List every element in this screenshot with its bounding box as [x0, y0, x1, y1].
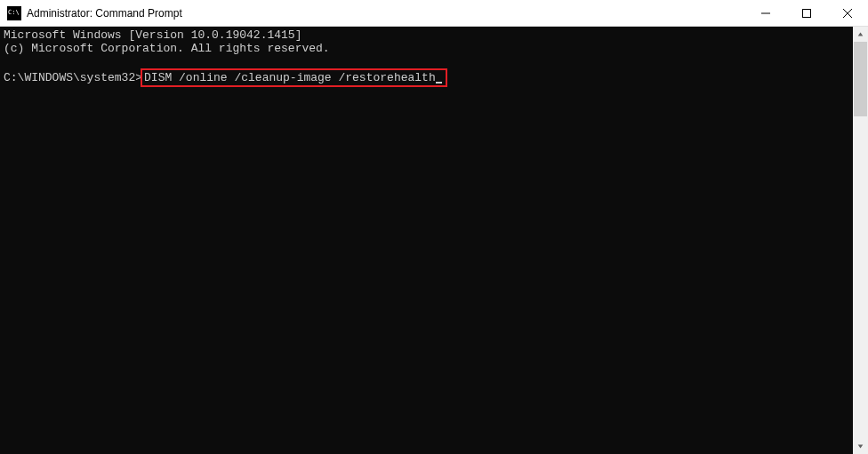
svg-marker-4: [858, 32, 864, 36]
minimize-button[interactable]: [745, 0, 786, 26]
vertical-scrollbar[interactable]: [853, 27, 868, 454]
copyright-line: (c) Microsoft Corporation. All rights re…: [4, 42, 330, 55]
command-highlight: DISM /online /cleanup-image /restoreheal…: [141, 68, 447, 87]
scrollbar-up-arrow[interactable]: [853, 27, 868, 42]
scrollbar-down-arrow[interactable]: [853, 439, 868, 454]
scrollbar-thumb[interactable]: [854, 42, 867, 116]
svg-marker-5: [858, 444, 864, 448]
terminal-wrapper: Microsoft Windows [Version 10.0.19042.14…: [0, 27, 868, 454]
prompt-text: C:\WINDOWS\system32>: [4, 71, 142, 84]
window-title: Administrator: Command Prompt: [27, 7, 745, 20]
version-line: Microsoft Windows [Version 10.0.19042.14…: [4, 28, 301, 42]
svg-rect-1: [803, 9, 811, 17]
command-text: DISM /online /cleanup-image /restoreheal…: [144, 71, 436, 84]
cursor: [436, 82, 442, 84]
close-button[interactable]: [827, 0, 868, 26]
maximize-button[interactable]: [786, 0, 827, 26]
terminal-area[interactable]: Microsoft Windows [Version 10.0.19042.14…: [0, 27, 853, 454]
titlebar: Administrator: Command Prompt: [0, 0, 868, 27]
cmd-icon: [7, 6, 21, 20]
window-controls: [745, 0, 868, 26]
